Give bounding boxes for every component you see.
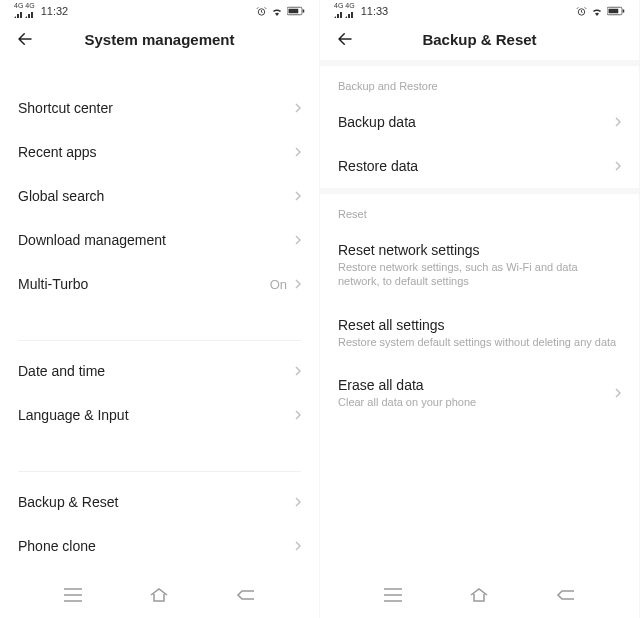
section-label-backup: Backup and Restore <box>320 66 639 100</box>
item-title: Phone clone <box>18 538 295 554</box>
status-time: 11:33 <box>361 5 389 17</box>
item-title: Erase all data <box>338 377 615 393</box>
content: Backup and Restore Backup data Restore d… <box>320 60 639 574</box>
back-button[interactable] <box>16 30 34 48</box>
status-right <box>256 6 305 17</box>
chevron-right-icon <box>295 235 301 245</box>
signal-icon-1: 4G <box>334 2 343 20</box>
divider <box>18 340 301 341</box>
nav-bar <box>0 574 319 618</box>
item-title: Global search <box>18 188 295 204</box>
chevron-right-icon <box>295 147 301 157</box>
signal-icon-1: 4G <box>14 2 23 20</box>
nav-back-button[interactable] <box>235 584 257 606</box>
item-title: Backup & Reset <box>18 494 295 510</box>
item-title: Date and time <box>18 363 295 379</box>
status-time: 11:32 <box>41 5 69 17</box>
item-title: Reset network settings <box>338 242 621 258</box>
nav-home-button[interactable] <box>468 584 490 606</box>
item-title: Reset all settings <box>338 317 621 333</box>
chevron-right-icon <box>295 279 301 289</box>
item-language-input[interactable]: Language & Input <box>0 393 319 437</box>
wifi-icon <box>591 6 603 16</box>
status-bar: 4G 4G 11:32 <box>0 0 319 20</box>
item-multi-turbo[interactable]: Multi-Turbo On <box>0 262 319 306</box>
back-button[interactable] <box>336 30 354 48</box>
item-shortcut-center[interactable]: Shortcut center <box>0 86 319 130</box>
chevron-right-icon <box>615 161 621 171</box>
chevron-right-icon <box>295 497 301 507</box>
item-subtitle: Clear all data on your phone <box>338 395 615 409</box>
section-label-reset: Reset <box>320 194 639 228</box>
item-title: Backup data <box>338 114 615 130</box>
item-date-time[interactable]: Date and time <box>0 349 319 393</box>
chevron-right-icon <box>295 410 301 420</box>
item-subtitle: Restore system default settings without … <box>338 335 621 349</box>
status-left: 4G 4G 11:33 <box>334 2 388 20</box>
nav-back-button[interactable] <box>555 584 577 606</box>
item-recent-apps[interactable]: Recent apps <box>0 130 319 174</box>
chevron-right-icon <box>295 366 301 376</box>
nav-menu-button[interactable] <box>382 584 404 606</box>
nav-home-button[interactable] <box>148 584 170 606</box>
alarm-icon <box>576 6 587 17</box>
phone-right: 4G 4G 11:33 Backup & Reset Backup and Re… <box>320 0 640 618</box>
battery-icon <box>607 6 625 16</box>
item-title: Recent apps <box>18 144 295 160</box>
header: Backup & Reset <box>320 20 639 60</box>
item-backup-data[interactable]: Backup data <box>320 100 639 144</box>
item-download-management[interactable]: Download management <box>0 218 319 262</box>
status-left: 4G 4G 11:32 <box>14 2 68 20</box>
item-backup-reset[interactable]: Backup & Reset <box>0 480 319 524</box>
wifi-icon <box>271 6 283 16</box>
svg-rect-3 <box>289 9 299 14</box>
content: Shortcut center Recent apps Global searc… <box>0 60 319 574</box>
item-subtitle: Restore network settings, such as Wi-Fi … <box>338 260 621 289</box>
chevron-right-icon <box>295 541 301 551</box>
divider <box>18 471 301 472</box>
item-value: On <box>270 277 287 292</box>
status-bar: 4G 4G 11:33 <box>320 0 639 20</box>
header: System management <box>0 20 319 60</box>
item-phone-clone[interactable]: Phone clone <box>0 524 319 568</box>
signal-icon-2: 4G <box>25 2 34 20</box>
item-title: Language & Input <box>18 407 295 423</box>
chevron-right-icon <box>615 388 621 398</box>
item-reset-network[interactable]: Reset network settings Restore network s… <box>320 228 639 303</box>
phone-left: 4G 4G 11:32 System management Shortcut c… <box>0 0 320 618</box>
battery-icon <box>287 6 305 16</box>
svg-rect-2 <box>303 10 305 13</box>
item-title: Download management <box>18 232 295 248</box>
signal-icon-2: 4G <box>345 2 354 20</box>
page-title: System management <box>84 31 234 48</box>
item-restore-data[interactable]: Restore data <box>320 144 639 188</box>
page-title: Backup & Reset <box>422 31 536 48</box>
item-title: Restore data <box>338 158 615 174</box>
item-global-search[interactable]: Global search <box>0 174 319 218</box>
svg-rect-7 <box>609 9 619 14</box>
nav-bar <box>320 574 639 618</box>
chevron-right-icon <box>295 103 301 113</box>
nav-menu-button[interactable] <box>62 584 84 606</box>
alarm-icon <box>256 6 267 17</box>
item-title: Shortcut center <box>18 100 295 116</box>
item-reset-all[interactable]: Reset all settings Restore system defaul… <box>320 303 639 363</box>
svg-rect-6 <box>623 10 625 13</box>
status-right <box>576 6 625 17</box>
item-erase-all[interactable]: Erase all data Clear all data on your ph… <box>320 363 639 423</box>
item-title: Multi-Turbo <box>18 276 270 292</box>
chevron-right-icon <box>295 191 301 201</box>
chevron-right-icon <box>615 117 621 127</box>
